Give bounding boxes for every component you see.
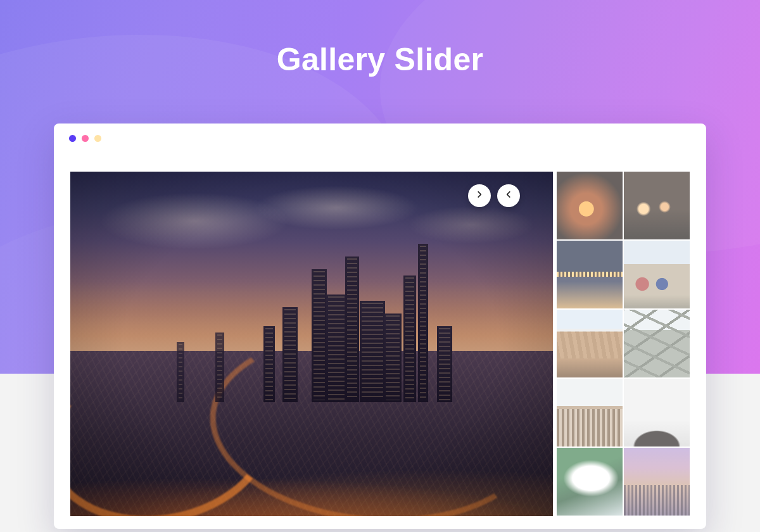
gallery-slider [70,172,690,529]
thumbnail[interactable] [557,172,623,239]
slider-next-button[interactable] [468,184,491,207]
thumbnail[interactable] [557,448,623,516]
chevron-left-icon [504,190,513,201]
thumbnail[interactable] [557,310,623,377]
image-surface [70,172,553,516]
thumbnail[interactable] [624,379,690,446]
slider-main-image[interactable] [70,172,553,516]
window-titlebar [54,124,706,153]
thumbnail[interactable] [624,310,690,377]
page-title: Gallery Slider [0,0,760,78]
chevron-right-icon [475,190,484,201]
window-dot-zoom[interactable] [94,135,101,142]
thumbnail[interactable] [557,379,623,446]
thumbnail[interactable] [624,448,690,516]
thumbnail[interactable] [557,241,623,308]
slider-prev-button[interactable] [497,184,520,207]
thumbnail-strip [557,172,690,516]
window-dot-close[interactable] [69,135,76,142]
browser-window [54,124,706,529]
thumbnail[interactable] [624,241,690,308]
thumbnail[interactable] [624,172,690,239]
window-dot-minimize[interactable] [82,135,89,142]
